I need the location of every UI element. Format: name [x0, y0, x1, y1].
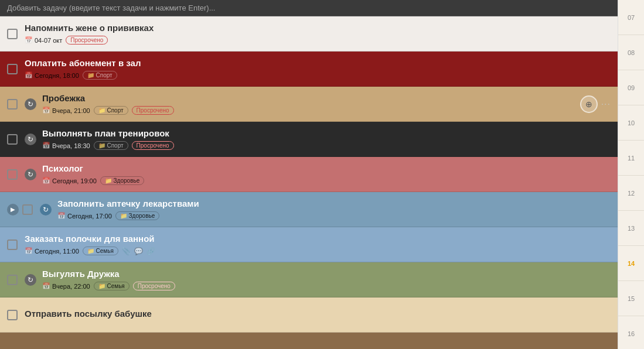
calendar-icon: 📅: [25, 247, 33, 255]
calendar-icon: 📅: [25, 71, 33, 79]
time-slot: 08: [618, 35, 644, 70]
task-category-badge: 📁 Семья: [83, 247, 118, 255]
task-title: Отправить посылку бабушке: [25, 309, 611, 319]
add-task-placeholder: Добавить задачу (введите текст задачи и …: [7, 4, 215, 12]
task-action-button[interactable]: ⊕: [580, 95, 598, 113]
tasks-list: Напомнить жене о прививках 📅04-07 октПро…: [0, 16, 618, 348]
task-date: 📅Сегодня, 17:00: [57, 212, 112, 220]
task-meta: 📅Сегодня, 18:00📁 Спорт: [25, 71, 611, 80]
link-icon: 🔗: [146, 247, 155, 255]
top-bar: Добавить задачу (введите текст задачи и …: [0, 0, 618, 16]
task-category-badge: 📁 Спорт: [94, 141, 128, 150]
task-meta: 📅Сегодня, 11:00📁 Семья📎💬🔗: [25, 247, 611, 255]
task-row: Напомнить жене о прививках 📅04-07 октПро…: [0, 16, 618, 52]
task-meta: 📅Вчера, 21:00📁 СпортПросрочено: [42, 106, 580, 115]
task-checkbox[interactable]: [7, 239, 18, 250]
task-content: Напомнить жене о прививках 📅04-07 октПро…: [25, 23, 611, 45]
task-content: Выгулять Дружка 📅Вчера, 22:00📁 СемьяПрос…: [42, 269, 611, 290]
task-date: 📅04-07 окт: [25, 36, 62, 44]
repeat-icon: ↻: [25, 134, 36, 145]
task-row: Оплатить абонемент в зал 📅Сегодня, 18:00…: [0, 52, 618, 87]
task-title: Оплатить абонемент в зал: [25, 58, 611, 68]
comment-icon: 💬: [134, 247, 143, 255]
overdue-badge: Просрочено: [133, 282, 175, 290]
calendar-icon: 📅: [42, 282, 50, 290]
time-slot: 11: [618, 141, 644, 176]
task-actions: ⊕ ···: [580, 95, 611, 113]
task-date: 📅Сегодня, 19:00: [42, 177, 97, 184]
task-date: 📅Вчера, 22:00: [42, 282, 90, 290]
time-slot: 07: [618, 0, 644, 35]
time-slot: 13: [618, 211, 644, 246]
task-checkbox[interactable]: [7, 29, 18, 39]
task-date: 📅Вчера, 21:00: [42, 107, 90, 114]
time-slot: 09: [618, 70, 644, 105]
repeat-icon: ↻: [40, 204, 52, 215]
task-content: Оплатить абонемент в зал 📅Сегодня, 18:00…: [25, 58, 611, 80]
task-content: Пробежка 📅Вчера, 21:00📁 СпортПросрочено: [42, 93, 580, 115]
task-category-badge: 📁 Здоровье: [115, 211, 159, 220]
task-checkbox[interactable]: [22, 204, 33, 215]
task-checkbox[interactable]: [7, 169, 18, 180]
task-content: Выполнять план тренировок 📅Вчера, 18:30📁…: [42, 128, 611, 150]
main-area: Добавить задачу (введите текст задачи и …: [0, 0, 618, 349]
attachment-icon: 📎: [122, 247, 131, 255]
task-category-badge: 📁 Спорт: [83, 71, 117, 80]
time-slot: 15: [618, 281, 644, 316]
task-row: Отправить посылку бабушке: [0, 297, 618, 333]
calendar-icon: 📅: [42, 107, 50, 114]
task-row: ↻ Выгулять Дружка 📅Вчера, 22:00📁 СемьяПр…: [0, 262, 618, 297]
expand-button[interactable]: ▶: [7, 204, 19, 215]
task-category-badge: 📁 Семья: [94, 282, 130, 290]
time-slot: 10: [618, 105, 644, 141]
task-title: Напомнить жене о прививках: [25, 23, 611, 33]
task-checkbox[interactable]: [7, 310, 18, 320]
task-meta: 📅04-07 октПросрочено: [25, 36, 611, 45]
repeat-icon: ↻: [25, 274, 36, 286]
task-checkbox[interactable]: [7, 134, 18, 145]
task-title: Пробежка: [42, 93, 580, 103]
time-slot: 14: [618, 246, 644, 281]
task-meta: 📅Вчера, 22:00📁 СемьяПросрочено: [42, 282, 611, 290]
task-meta: 📅Сегодня, 19:00📁 Здоровье: [42, 176, 611, 185]
task-row: ↻ Пробежка 📅Вчера, 21:00📁 СпортПросрочен…: [0, 87, 618, 122]
task-title: Выполнять план тренировок: [42, 128, 611, 138]
task-content: Заполнить аптечку лекарствами 📅Сегодня, …: [57, 199, 611, 220]
task-row: ↻ Выполнять план тренировок 📅Вчера, 18:3…: [0, 122, 618, 157]
time-slot: 16: [618, 316, 644, 349]
task-row: ▶ ↻ Заполнить аптечку лекарствами 📅Сегод…: [0, 192, 618, 227]
overdue-badge: Просрочено: [66, 36, 108, 45]
task-date: 📅Вчера, 18:30: [42, 142, 90, 149]
task-title: Выгулять Дружка: [42, 269, 611, 279]
task-row: Заказать полочки для ванной 📅Сегодня, 11…: [0, 227, 618, 262]
task-title: Заполнить аптечку лекарствами: [57, 199, 611, 208]
task-date: 📅Сегодня, 11:00: [25, 247, 79, 255]
calendar-icon: 📅: [42, 177, 50, 184]
task-meta: 📅Вчера, 18:30📁 СпортПросрочено: [42, 141, 611, 150]
task-content: Отправить посылку бабушке: [25, 309, 611, 321]
overdue-badge: Просрочено: [132, 141, 174, 150]
task-checkbox[interactable]: [7, 64, 18, 74]
task-content: Заказать полочки для ванной 📅Сегодня, 11…: [25, 234, 611, 255]
calendar-icon: 📅: [25, 36, 33, 44]
task-checkbox[interactable]: [7, 275, 18, 285]
task-content: Психолог 📅Сегодня, 19:00📁 Здоровье: [42, 163, 611, 185]
calendar-icon: 📅: [57, 212, 66, 220]
repeat-icon: ↻: [25, 98, 36, 110]
right-sidebar: 07080910111213141516: [618, 0, 644, 349]
time-slot: 12: [618, 176, 644, 211]
task-row: ↻ Психолог 📅Сегодня, 19:00📁 Здоровье: [0, 157, 618, 192]
task-category-badge: 📁 Спорт: [94, 106, 128, 115]
task-title: Психолог: [42, 163, 611, 173]
task-category-badge: 📁 Здоровье: [100, 176, 144, 185]
more-options-button[interactable]: ···: [601, 99, 611, 110]
calendar-icon: 📅: [42, 142, 50, 149]
task-title: Заказать полочки для ванной: [25, 234, 611, 244]
task-date: 📅Сегодня, 18:00: [25, 71, 79, 79]
repeat-icon: ↻: [25, 169, 36, 180]
overdue-badge: Просрочено: [132, 106, 174, 115]
task-checkbox[interactable]: [7, 99, 18, 110]
task-meta: 📅Сегодня, 17:00📁 Здоровье: [57, 211, 611, 220]
